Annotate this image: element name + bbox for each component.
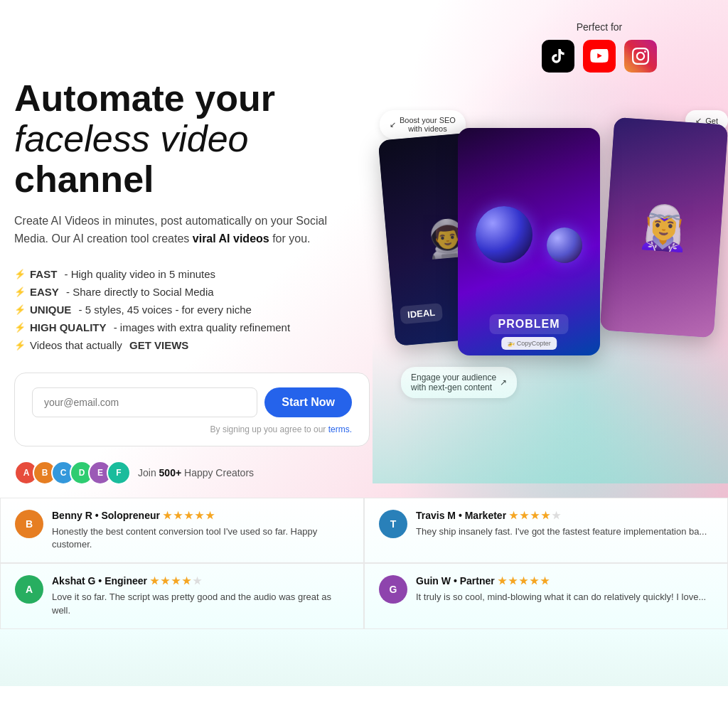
hero-heading: Automate your faceless video channel [14, 78, 391, 200]
reviewer-name-2: Travis M • Marketer ★★★★★ [416, 510, 707, 524]
space-card: PROBLEM 🚁 CopyCopter [458, 128, 600, 355]
hero-section: Perfect for Au [0, 0, 728, 498]
gradient-bg [373, 341, 728, 483]
review-card-2: T Travis M • Marketer ★★★★★ They ship in… [364, 498, 728, 563]
review-text-2: They ship insanely fast. I've got the fa… [416, 525, 707, 538]
reviewer-name-4: Guin W • Partner ★★★★★ [416, 575, 706, 589]
email-form: Start Now [32, 387, 352, 417]
review-text-1: Honestly the best content conversion too… [52, 525, 349, 551]
heading-line2-bold: channel [14, 159, 154, 200]
review-content-3: Akshat G • Engineer ★★★★★ Love it so far… [52, 575, 349, 616]
email-form-container: Start Now By signing up you agree to our… [14, 373, 370, 446]
reviewer-name-3: Akshat G • Engineer ★★★★★ [52, 575, 349, 589]
subtitle-highlight: viral AI videos [193, 232, 269, 245]
review-card-1: B Benny R • Solopreneur ★★★★★ Honestly t… [0, 498, 364, 563]
feature-quality: HIGH QUALITY - images with extra quality… [14, 321, 391, 333]
terms-link[interactable]: terms. [328, 424, 352, 434]
divider-section [0, 629, 728, 686]
creators-text: Join 500+ Happy Creators [138, 467, 254, 478]
reviewer-name-1: Benny R • Solopreneur ★★★★★ [52, 510, 349, 524]
heading-line2-normal: faceless video [14, 118, 249, 159]
feature-easy: EASY - Share directly to Social Media [14, 286, 391, 298]
review-content-1: Benny R • Solopreneur ★★★★★ Honestly the… [52, 510, 349, 551]
feature-list: FAST - High quality video in 5 minutes E… [14, 268, 391, 351]
reviewer-avatar-3: A [15, 575, 43, 604]
heading-line1: Automate your [14, 77, 275, 119]
ideal-card-label: IDEAL [400, 303, 443, 324]
orb-large [476, 206, 532, 263]
hero-right-visuals: ↙ Boost your SEOwith videos ↙ Get 👨‍🚀 ID… [373, 0, 728, 483]
reviewer-avatar-4: G [379, 575, 407, 604]
copycopter-badge: 🚁 CopyCopter [501, 337, 557, 350]
review-text-4: It truly is so cool, mind-blowing what i… [416, 591, 706, 604]
hero-subtitle: Create AI Videos in minutes, post automa… [14, 212, 355, 248]
review-card-4: G Guin W • Partner ★★★★★ It truly is so … [364, 563, 728, 628]
review-content-2: Travis M • Marketer ★★★★★ They ship insa… [416, 510, 707, 538]
start-now-button[interactable]: Start Now [264, 387, 352, 417]
terms-text: By signing up you agree to our terms. [32, 424, 352, 434]
avatars-group: A B C D E F [14, 461, 131, 485]
problem-card-label: PROBLEM [490, 314, 569, 334]
feature-unique: UNIQUE - 5 styles, 45 voices - for every… [14, 304, 391, 316]
feature-fast: FAST - High quality video in 5 minutes [14, 268, 391, 280]
review-card-3: A Akshat G • Engineer ★★★★★ Love it so f… [0, 563, 364, 628]
subtitle-end: for you. [269, 232, 311, 245]
avatar-6: F [107, 461, 131, 485]
email-input[interactable] [32, 387, 257, 417]
reviewer-avatar-2: T [379, 510, 407, 538]
review-text-3: Love it so far. The script was pretty go… [52, 591, 349, 616]
feature-views: Videos that actually GET VIEWS [14, 339, 391, 351]
reviewer-avatar-1: B [15, 510, 43, 538]
review-content-4: Guin W • Partner ★★★★★ It truly is so co… [416, 575, 706, 604]
reviews-grid: B Benny R • Solopreneur ★★★★★ Honestly t… [0, 498, 728, 629]
girl-card: 🧝‍♀️ [600, 117, 728, 338]
girl-emoji: 🧝‍♀️ [636, 200, 692, 255]
reviews-section: B Benny R • Solopreneur ★★★★★ Honestly t… [0, 498, 728, 629]
creators-row: A B C D E F Join 500+ Happy Creators [14, 461, 391, 485]
hero-left-content: Automate your faceless video channel Cre… [14, 21, 391, 498]
use-cases-section: Use Cases Create unique faceless videos … [0, 686, 728, 728]
space-orbs [476, 206, 582, 263]
orb-small [547, 228, 582, 263]
